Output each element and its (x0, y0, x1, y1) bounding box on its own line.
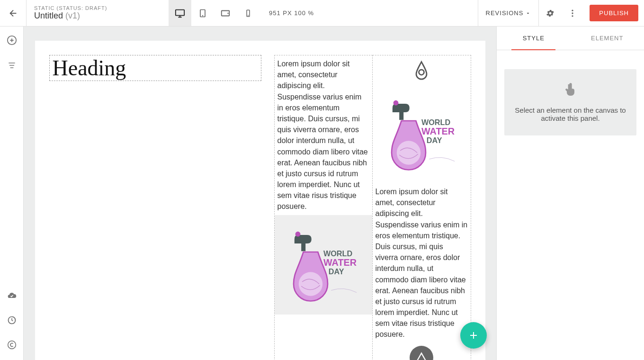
svg-point-7 (572, 9, 573, 11)
desktop-icon (175, 8, 185, 18)
cloud-status-icon[interactable] (7, 291, 17, 302)
page-body[interactable]: Heading Lorem ipsum dolor sit amet, cons… (35, 41, 485, 360)
history-button[interactable] (7, 315, 17, 327)
outline-icon (7, 61, 17, 70)
device-tablet-landscape-button[interactable] (214, 0, 237, 26)
triangle-a-icon (415, 351, 428, 360)
svg-point-8 (572, 12, 573, 14)
panel-placeholder-text: Select an element on the canvas to activ… (514, 106, 627, 122)
add-fab-button[interactable] (460, 322, 487, 349)
svg-point-4 (228, 13, 228, 13)
tap-icon (563, 82, 578, 98)
caret-down-icon (525, 10, 531, 16)
text-block[interactable]: Lorem ipsum dolor sit amet, consectetur … (373, 183, 471, 343)
device-desktop-button[interactable] (169, 0, 191, 26)
page-title: Untitled (v1) (34, 11, 161, 21)
svg-text:WORLD: WORLD (323, 249, 352, 258)
image-block[interactable]: WORLD WATER DAY (373, 84, 471, 183)
cloud-check-icon (7, 291, 17, 300)
device-switcher (169, 0, 259, 26)
image-block[interactable]: WORLD WATER DAY (275, 215, 372, 315)
svg-rect-20 (399, 112, 403, 120)
copyright-button[interactable] (7, 340, 17, 351)
airbnb-icon (411, 59, 432, 80)
publish-button[interactable]: PUBLISH (590, 5, 638, 21)
plus-icon (468, 330, 479, 341)
left-rail (0, 27, 24, 360)
back-button[interactable] (0, 0, 27, 26)
revisions-dropdown[interactable]: REVISIONS (478, 0, 539, 26)
revisions-label: REVISIONS (486, 9, 524, 17)
plus-circle-icon (7, 35, 17, 45)
outline-button[interactable] (7, 61, 17, 72)
gear-icon (546, 9, 555, 18)
more-vertical-icon (568, 9, 577, 18)
svg-text:WATER: WATER (421, 126, 455, 136)
tab-style[interactable]: STYLE (497, 27, 571, 50)
column-1[interactable]: Lorem ipsum dolor sit amet, consectetur … (274, 55, 373, 360)
history-icon (7, 315, 17, 325)
svg-point-6 (248, 15, 249, 16)
svg-point-21 (394, 100, 399, 106)
more-menu-button[interactable] (561, 0, 584, 26)
heading-block[interactable]: Heading (49, 55, 261, 81)
page-version: (v1) (65, 11, 80, 20)
add-element-button[interactable] (7, 35, 17, 47)
svg-text:DAY: DAY (328, 267, 344, 275)
world-water-day-image: WORLD WATER DAY (281, 222, 366, 307)
heading-text: Heading (53, 55, 258, 81)
svg-text:DAY: DAY (427, 136, 442, 144)
svg-point-12 (8, 341, 16, 349)
tab-element[interactable]: ELEMENT (571, 27, 644, 50)
settings-button[interactable] (538, 0, 561, 26)
column-2[interactable]: WORLD WATER DAY Lorem ipsum dolor sit am… (373, 55, 471, 360)
copyright-icon (7, 340, 17, 350)
svg-point-2 (203, 15, 203, 16)
title-area: STATIC (STATUS: DRAFT) Untitled (v1) (27, 0, 169, 26)
logo-circle[interactable] (410, 346, 433, 360)
panel-tabs: STYLE ELEMENT (497, 27, 644, 50)
device-phone-button[interactable] (237, 0, 259, 26)
canvas[interactable]: Heading Lorem ipsum dolor sit amet, cons… (24, 27, 496, 360)
world-water-day-image: WORLD WATER DAY (379, 91, 464, 176)
svg-rect-0 (176, 9, 184, 15)
tablet-landscape-icon (220, 8, 231, 18)
page-title-text: Untitled (34, 11, 63, 20)
top-bar: STATIC (STATUS: DRAFT) Untitled (v1) 951… (0, 0, 644, 27)
text-block[interactable]: Lorem ipsum dolor sit amet, consectetur … (275, 55, 372, 215)
logo-block[interactable] (373, 55, 471, 84)
svg-rect-13 (301, 243, 305, 251)
arrow-left-icon (8, 8, 18, 18)
svg-point-9 (572, 15, 573, 17)
svg-point-14 (295, 231, 300, 236)
svg-point-19 (419, 70, 424, 75)
page-status: STATIC (STATUS: DRAFT) (34, 5, 161, 11)
device-tablet-portrait-button[interactable] (191, 0, 214, 26)
svg-text:WATER: WATER (323, 257, 357, 267)
columns-block[interactable]: Lorem ipsum dolor sit amet, consectetur … (274, 55, 471, 360)
panel-placeholder: Select an element on the canvas to activ… (504, 69, 636, 135)
tablet-portrait-icon (198, 9, 207, 18)
right-panel: STYLE ELEMENT Select an element on the c… (496, 27, 644, 360)
phone-icon (244, 9, 252, 18)
svg-text:WORLD: WORLD (421, 118, 450, 126)
canvas-size-label: 951 PX 100 % (259, 0, 323, 26)
